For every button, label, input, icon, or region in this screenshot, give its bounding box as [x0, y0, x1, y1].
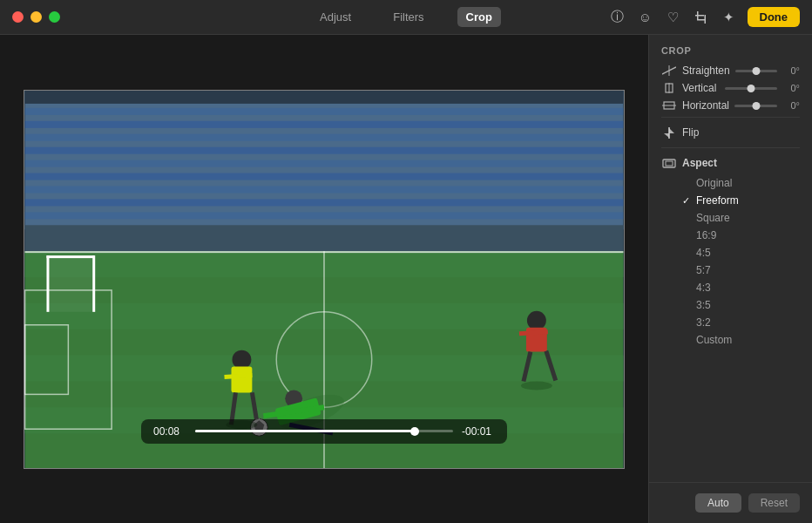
horizontal-row: Horizontal 0°	[661, 99, 800, 112]
progress-track[interactable]	[195, 430, 453, 432]
straighten-label: Straighten	[682, 65, 730, 77]
time-remaining: -00:01	[462, 425, 495, 438]
panel-section-main: CROP Straighten 0°	[649, 35, 812, 356]
tab-adjust[interactable]: Adjust	[311, 7, 360, 27]
vertical-label: Vertical	[682, 82, 720, 94]
horizontal-icon	[661, 99, 677, 112]
done-button[interactable]: Done	[748, 7, 801, 27]
svg-rect-2	[704, 15, 706, 24]
flip-label: Flip	[682, 126, 699, 139]
check-3-5	[682, 300, 693, 310]
straighten-row: Straighten 0°	[661, 65, 800, 77]
vertical-value: 0°	[782, 83, 800, 93]
svg-line-38	[225, 375, 253, 377]
info-icon[interactable]: ⓘ	[608, 8, 627, 27]
check-16-9	[682, 230, 693, 241]
time-current: 00:08	[153, 425, 186, 438]
main-content: 00:08 -00:01 CROP	[0, 35, 812, 523]
svg-rect-14	[25, 212, 624, 219]
aspect-option-16-9[interactable]: 16:9	[682, 227, 800, 244]
aspect-option-4-5[interactable]: 4:5	[682, 244, 800, 262]
svg-point-36	[232, 350, 251, 369]
svg-rect-15	[25, 91, 624, 104]
progress-fill	[195, 430, 415, 432]
panel-bottom: Auto Reset	[649, 482, 812, 523]
svg-rect-61	[666, 161, 673, 166]
titlebar-right: ⓘ ☺ ♡ ✦ Done	[608, 7, 801, 27]
straighten-value: 0°	[782, 65, 800, 76]
svg-marker-57	[669, 128, 674, 133]
check-3-2	[682, 317, 693, 328]
check-4-5	[682, 248, 693, 258]
check-freeform: ✓	[682, 195, 693, 207]
tab-filters[interactable]: Filters	[384, 7, 432, 27]
horizontal-value: 0°	[782, 100, 800, 111]
close-button[interactable]	[12, 11, 24, 23]
svg-rect-37	[231, 366, 252, 392]
progress-thumb[interactable]	[410, 427, 419, 436]
straighten-slider[interactable]	[735, 70, 777, 72]
aspect-option-square[interactable]: Square	[682, 209, 800, 227]
svg-rect-7	[25, 120, 624, 127]
aspect-option-custom[interactable]: Custom	[682, 331, 800, 349]
check-5-7	[682, 265, 693, 275]
aspect-option-4-3[interactable]: 4:3	[682, 279, 800, 296]
svg-rect-60	[663, 160, 675, 167]
check-custom	[682, 335, 693, 345]
video-container: 00:08 -00:01	[24, 90, 625, 469]
svg-rect-12	[25, 186, 624, 193]
horizontal-label: Horizontal	[682, 99, 729, 112]
playback-bar: 00:08 -00:01	[141, 419, 507, 444]
aspect-option-3-5[interactable]: 3:5	[682, 296, 800, 314]
divider-2	[661, 147, 800, 148]
horizontal-thumb[interactable]	[752, 102, 760, 110]
vertical-icon	[661, 82, 677, 94]
right-panel: CROP Straighten 0°	[648, 35, 812, 523]
video-area: 00:08 -00:01	[0, 35, 648, 523]
check-original	[682, 178, 693, 188]
svg-rect-6	[25, 107, 624, 114]
magic-icon[interactable]: ✦	[720, 8, 739, 27]
video-scene	[24, 91, 624, 468]
vertical-thumb[interactable]	[748, 85, 755, 92]
auto-button[interactable]: Auto	[695, 493, 741, 513]
svg-rect-16	[25, 225, 624, 251]
heart-icon[interactable]: ♡	[664, 8, 683, 27]
svg-point-50	[521, 381, 552, 390]
vertical-row: Vertical 0°	[661, 82, 800, 94]
svg-rect-10	[25, 160, 624, 166]
svg-rect-11	[25, 173, 624, 180]
minimize-button[interactable]	[30, 11, 42, 23]
svg-rect-9	[25, 146, 624, 153]
aspect-option-5-7[interactable]: 5:7	[682, 262, 800, 279]
svg-rect-30	[46, 255, 92, 312]
straighten-icon	[661, 65, 677, 77]
aspect-option-original[interactable]: Original	[682, 174, 800, 192]
aspect-option-3-2[interactable]: 3:2	[682, 314, 800, 331]
horizontal-slider[interactable]	[734, 105, 777, 107]
svg-rect-3	[695, 15, 704, 17]
flip-row[interactable]: Flip	[661, 123, 800, 142]
crop-icon[interactable]	[692, 8, 711, 27]
flip-icon	[661, 126, 677, 139]
tab-crop[interactable]: Crop	[457, 7, 501, 27]
straighten-thumb[interactable]	[752, 67, 760, 75]
maximize-button[interactable]	[49, 11, 60, 23]
video-frame[interactable]: 00:08 -00:01	[24, 90, 625, 469]
titlebar: Adjust Filters Crop ⓘ ☺ ♡ ✦ Done	[0, 0, 812, 35]
aspect-options: Original ✓ Freeform Square 16:9 4:5	[661, 174, 800, 349]
emoji-icon[interactable]: ☺	[636, 8, 655, 27]
svg-line-43	[519, 331, 548, 333]
window-controls	[12, 11, 60, 23]
divider-1	[661, 117, 800, 118]
aspect-option-freeform[interactable]: ✓ Freeform	[682, 192, 800, 209]
vertical-slider[interactable]	[725, 87, 777, 90]
aspect-label: Aspect	[682, 157, 717, 169]
reset-button[interactable]: Reset	[748, 493, 800, 513]
svg-rect-13	[25, 199, 624, 206]
svg-rect-8	[25, 133, 624, 140]
panel-title: CROP	[661, 45, 800, 56]
svg-marker-58	[664, 133, 669, 138]
check-4-3	[682, 282, 693, 293]
svg-rect-29	[92, 255, 95, 312]
